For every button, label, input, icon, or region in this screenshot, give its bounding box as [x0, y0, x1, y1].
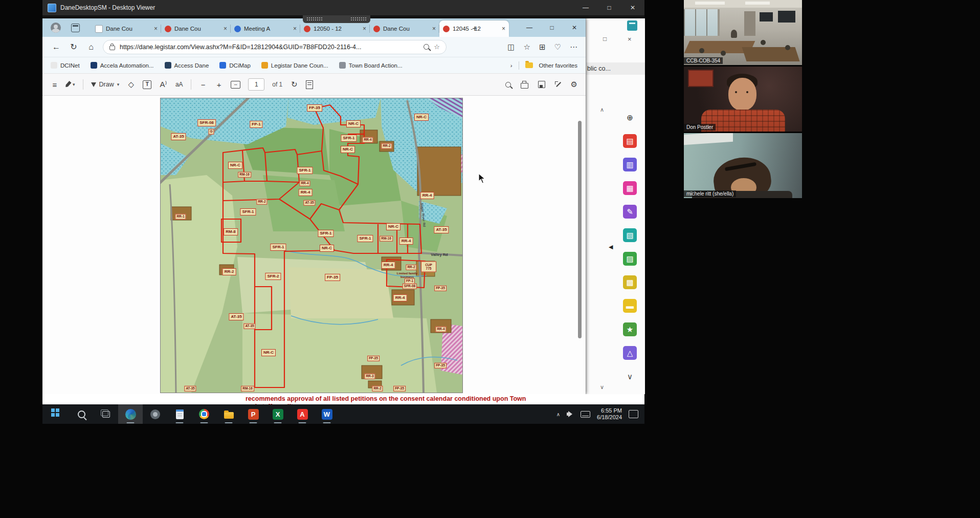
zoom-in-icon[interactable]: ⊕	[623, 111, 637, 124]
volume-icon[interactable]	[567, 411, 574, 417]
viewer-connection-grip[interactable]	[303, 15, 370, 23]
back-button[interactable]: ←	[48, 42, 65, 52]
translate-icon[interactable]: aA	[175, 81, 183, 88]
backwindow-maximize-button[interactable]: □	[603, 35, 607, 42]
duplicate-icon[interactable]: ▩	[623, 275, 637, 289]
search-document-icon[interactable]	[505, 82, 511, 88]
tab-close-button[interactable]: ×	[293, 25, 297, 32]
other-favorites-label[interactable]: Other favorites	[539, 62, 577, 69]
bookmarks-overflow-chevron[interactable]: ›	[510, 62, 513, 69]
browser-tab[interactable]: Dane Cou×	[370, 20, 439, 37]
refresh-button[interactable]: ↻	[65, 42, 82, 52]
panel-top-icon[interactable]	[627, 20, 637, 31]
collapse-panel-icon[interactable]: ◀	[609, 244, 613, 250]
browser-maximize-button[interactable]: □	[541, 18, 563, 37]
zoom-level-icon[interactable]	[424, 44, 429, 50]
touch-keyboard-icon[interactable]	[581, 411, 590, 418]
scroll-down-arrow-icon[interactable]: ∨	[600, 384, 604, 391]
snapshot-icon[interactable]: ▨	[623, 252, 637, 266]
draw-tool[interactable]: Draw ▾	[91, 81, 120, 88]
copilot-icon[interactable]: ◫	[507, 42, 515, 52]
workspaces-icon[interactable]	[71, 24, 80, 32]
copy-pages-icon[interactable]: ▥	[623, 158, 637, 171]
word-app[interactable]: W	[315, 404, 339, 424]
read-aloud-icon[interactable]: A⁾	[159, 80, 167, 89]
bookmark-item[interactable]: DCiMap	[219, 62, 251, 69]
scroll-up-arrow-icon[interactable]: ∧	[600, 106, 604, 113]
desktop-viewer-window: DaneDesktopSM - Desktop Viewer — □ ✕ □ ×…	[42, 0, 644, 424]
browser-tab[interactable]: Dane Cou×	[92, 20, 161, 37]
toc-icon[interactable]: ≡	[51, 80, 59, 89]
edge-app[interactable]	[118, 404, 143, 424]
search-button[interactable]	[69, 404, 94, 424]
task-view-button[interactable]	[94, 404, 118, 424]
video-tile-don[interactable]: Don Postler	[684, 67, 802, 132]
start-button[interactable]	[44, 404, 69, 424]
hidden-icons-chevron[interactable]: ∧	[556, 412, 560, 417]
address-bar[interactable]: https://dane.legistar.com/View.ashx?M=F&…	[103, 40, 447, 54]
favorite-star-icon[interactable]: ☆	[434, 43, 440, 51]
shapes-icon[interactable]: △	[623, 346, 637, 360]
viewer-app[interactable]	[143, 404, 167, 424]
signature-icon[interactable]: ✎	[623, 205, 637, 219]
add-text-icon[interactable]: T	[143, 80, 151, 89]
highlight-tool[interactable]: ▾	[66, 81, 75, 88]
fullscreen-icon[interactable]	[555, 81, 561, 88]
print-icon[interactable]	[521, 83, 528, 89]
stamp-icon[interactable]: ★	[623, 322, 637, 336]
browser-essentials-icon[interactable]: ♡	[554, 42, 561, 52]
save-icon[interactable]	[538, 81, 545, 88]
excel-app[interactable]: X	[265, 404, 290, 424]
comment-icon[interactable]: ▬	[623, 299, 637, 313]
profile-avatar[interactable]	[51, 23, 61, 33]
tab-close-button[interactable]: ×	[432, 25, 436, 32]
pdf-scrollbar-thumb[interactable]	[578, 121, 582, 338]
bookmark-item[interactable]: Accela Automation...	[91, 62, 154, 69]
page-layout-icon[interactable]: ▦	[623, 181, 637, 195]
eraser-icon[interactable]: ◇	[127, 80, 135, 89]
site-info-lock-icon[interactable]	[109, 46, 115, 50]
browser-minimize-button[interactable]: —	[518, 18, 541, 37]
bookmark-item[interactable]: Legistar Dane Coun...	[261, 62, 328, 69]
rotate-icon[interactable]: ↻	[290, 80, 298, 89]
zoom-out-icon[interactable]: −	[199, 80, 207, 89]
tab-close-button[interactable]: ×	[502, 25, 505, 32]
action-center-icon[interactable]	[629, 410, 638, 418]
video-tile-room[interactable]: CCB-COB-354	[684, 0, 802, 65]
bookmark-item[interactable]: Town Board Action...	[339, 62, 403, 69]
bookmark-item[interactable]: Access Dane	[165, 62, 209, 69]
viewer-close-button[interactable]: ✕	[621, 0, 644, 15]
viewer-maximize-button[interactable]: □	[597, 0, 621, 15]
browser-close-button[interactable]: ✕	[563, 18, 586, 37]
pdf-content-area[interactable]: FP-35SFR-08FP-1NR-CNR-CAT-35GSFR-1RR-4RR…	[42, 96, 586, 394]
fit-width-icon[interactable]: ↔	[231, 81, 240, 89]
tab-close-button[interactable]: ×	[363, 25, 366, 32]
acrobat-app[interactable]: A	[290, 404, 315, 424]
viewer-minimize-button[interactable]: —	[574, 0, 597, 15]
browser-tab[interactable]: Meeting A×	[231, 20, 300, 37]
browser-tab[interactable]: Dane Cou×	[161, 20, 231, 37]
convert-pdf-icon[interactable]: ▧	[623, 228, 637, 242]
zoom-in-icon[interactable]: +	[215, 80, 223, 89]
wall-screen	[760, 12, 773, 21]
page-view-icon[interactable]	[306, 80, 313, 89]
chevron-down-icon[interactable]: ∨	[623, 370, 637, 383]
file-explorer-app[interactable]	[216, 404, 241, 424]
export-pdf-icon[interactable]: ▤	[623, 134, 637, 148]
pdf-settings-gear-icon[interactable]: ⚙	[571, 80, 577, 89]
home-button[interactable]: ⌂	[82, 42, 100, 52]
taskbar-clock[interactable]: 6:55 PM 6/18/2024	[597, 407, 622, 421]
video-tile-michele[interactable]: michele ritt (she/ella)	[684, 133, 802, 198]
collections-icon[interactable]: ⊞	[539, 42, 546, 52]
backwindow-close-button[interactable]: ×	[628, 35, 632, 43]
settings-more-icon[interactable]: ⋯	[570, 42, 577, 52]
chrome-app[interactable]	[192, 404, 216, 424]
page-number-input[interactable]: 1	[248, 78, 264, 91]
notepad-app[interactable]	[167, 404, 192, 424]
tab-close-button[interactable]: ×	[154, 25, 158, 32]
bookmark-item[interactable]: DCINet	[51, 62, 80, 69]
favorites-icon[interactable]: ☆	[524, 42, 530, 52]
tab-close-button[interactable]: ×	[224, 25, 227, 32]
powerpoint-app[interactable]: P	[241, 404, 265, 424]
new-tab-button[interactable]: +	[468, 23, 481, 35]
